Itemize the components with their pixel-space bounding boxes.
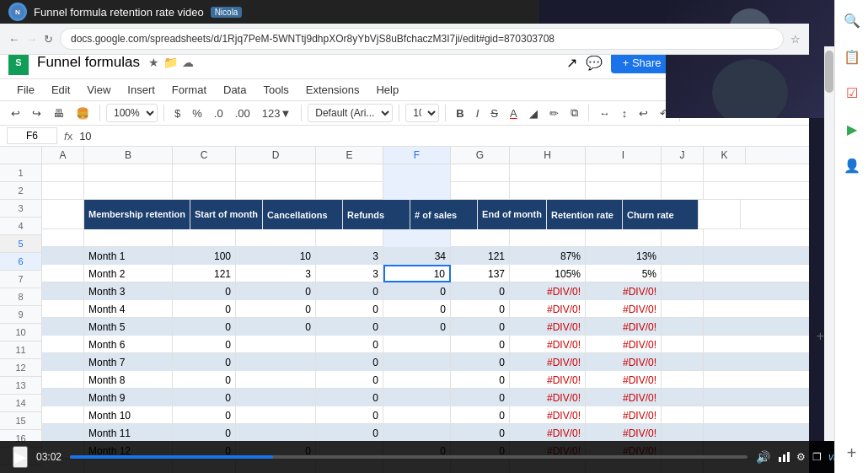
cell-g12[interactable]: 0 [451, 371, 510, 389]
cell-b2[interactable] [84, 182, 173, 200]
cell-h8[interactable]: #DIV/0! [510, 300, 586, 318]
bold-button[interactable]: B [452, 105, 468, 122]
cell-c6[interactable]: 121 [173, 265, 236, 282]
share-button[interactable]: + Share [611, 52, 673, 73]
row-header-3[interactable]: 3 [0, 200, 42, 218]
cell-f4[interactable] [383, 229, 451, 247]
cell-c5[interactable]: 100 [173, 247, 236, 265]
cell-g4[interactable] [451, 229, 510, 247]
cell-i2[interactable] [586, 182, 662, 200]
cell-d14[interactable] [236, 406, 316, 424]
cell-a10[interactable] [42, 336, 84, 353]
sidebar-keep-icon[interactable]: 📋 [840, 45, 864, 68]
comment-icon[interactable]: 💬 [586, 55, 603, 71]
col-header-c[interactable]: C [173, 147, 236, 164]
cell-g5[interactable]: 121 [451, 247, 510, 265]
row-header-1[interactable]: 1 [0, 164, 42, 182]
bookmark-icon[interactable]: ☆ [790, 33, 801, 46]
cell-e11[interactable]: 0 [316, 353, 383, 371]
cell-a5[interactable] [42, 247, 84, 265]
col-header-b[interactable]: B [84, 147, 173, 164]
volume-icon[interactable]: 🔊 [756, 450, 770, 464]
cell-reference-input[interactable] [7, 127, 57, 144]
cell-h2[interactable] [510, 182, 586, 200]
cell-b1[interactable] [84, 164, 173, 182]
cell-j8[interactable] [662, 300, 704, 318]
cell-e9[interactable]: 0 [316, 318, 383, 336]
cell-d13[interactable] [236, 389, 316, 406]
cell-c14[interactable]: 0 [173, 406, 236, 424]
cell-h7[interactable]: #DIV/0! [510, 282, 586, 300]
col-header-g[interactable]: G [451, 147, 510, 164]
cell-h14[interactable]: #DIV/0! [510, 406, 586, 424]
cell-g11[interactable]: 0 [451, 353, 510, 371]
cell-b10[interactable]: Month 6 [84, 336, 173, 353]
cell-e5[interactable]: 3 [316, 247, 383, 265]
text-color-button[interactable]: A [506, 105, 522, 122]
cell-c3[interactable]: Start of month [190, 200, 263, 229]
cell-g8[interactable]: 0 [451, 300, 510, 318]
refresh-icon[interactable]: ↻ [44, 33, 53, 46]
row-header-13[interactable]: 13 [0, 377, 42, 395]
cell-a11[interactable] [42, 353, 84, 371]
paint-format-button[interactable]: 🍔 [72, 105, 94, 122]
cell-c12[interactable]: 0 [173, 371, 236, 389]
cell-h3[interactable]: Retention rate [547, 200, 623, 229]
cell-g9[interactable]: 0 [451, 318, 510, 336]
cell-i5[interactable]: 13% [586, 247, 662, 265]
cell-f8[interactable]: 0 [383, 300, 451, 318]
row-header-8[interactable]: 8 [0, 288, 42, 306]
cell-e13[interactable]: 0 [316, 389, 383, 406]
col-header-h[interactable]: H [510, 147, 586, 164]
cell-a15[interactable] [42, 424, 84, 442]
row-header-2[interactable]: 2 [0, 182, 42, 200]
col-header-f[interactable]: F [383, 147, 451, 164]
cell-e6[interactable]: 3 [316, 265, 383, 282]
formula-input[interactable] [79, 130, 802, 142]
cell-e15[interactable]: 0 [316, 424, 383, 442]
strikethrough-button[interactable]: S [486, 105, 502, 122]
scrollbar-thumb[interactable] [825, 51, 833, 93]
fullscreen-icon[interactable]: ❐ [812, 451, 822, 463]
cell-j13[interactable] [662, 389, 704, 406]
cell-f6[interactable]: 10 [383, 265, 451, 282]
cell-j2[interactable] [662, 182, 704, 200]
cell-h4[interactable] [510, 229, 586, 247]
cell-b13[interactable]: Month 9 [84, 389, 173, 406]
cell-g1[interactable] [451, 164, 510, 182]
highlight-button[interactable]: ◢ [525, 105, 542, 122]
menu-tools[interactable]: Tools [255, 79, 297, 100]
cell-e2[interactable] [316, 182, 383, 200]
menu-format[interactable]: Format [163, 79, 215, 100]
cell-f5[interactable]: 34 [383, 247, 451, 265]
cell-g15[interactable]: 0 [451, 424, 510, 442]
cell-j3[interactable] [699, 200, 741, 229]
cell-j5[interactable] [662, 247, 704, 265]
forward-icon[interactable]: → [26, 33, 37, 46]
cell-j12[interactable] [662, 371, 704, 389]
font-size-select[interactable]: 10 [405, 104, 439, 122]
row-header-6[interactable]: 6 [0, 253, 42, 271]
wrap-button[interactable]: ↩ [635, 105, 652, 122]
cell-h9[interactable]: #DIV/0! [510, 318, 586, 336]
cell-f2[interactable] [383, 182, 451, 200]
cell-j14[interactable] [662, 406, 704, 424]
cell-b8[interactable]: Month 4 [84, 300, 173, 318]
cell-h12[interactable]: #DIV/0! [510, 371, 586, 389]
cell-f15[interactable] [383, 424, 451, 442]
cell-f9[interactable]: 0 [383, 318, 451, 336]
cell-b12[interactable]: Month 8 [84, 371, 173, 389]
cell-d9[interactable]: 0 [236, 318, 316, 336]
cell-j11[interactable] [662, 353, 704, 371]
cell-f14[interactable] [383, 406, 451, 424]
decimal2-button[interactable]: .00 [231, 105, 255, 122]
print-button[interactable]: 🖶 [49, 105, 68, 122]
cell-i11[interactable]: #DIV/0! [586, 353, 662, 371]
cell-c1[interactable] [173, 164, 236, 182]
cell-i9[interactable]: #DIV/0! [586, 318, 662, 336]
col-header-a[interactable]: A [42, 147, 84, 164]
cell-d6[interactable]: 3 [236, 265, 316, 282]
cell-i15[interactable]: #DIV/0! [586, 424, 662, 442]
cell-e3[interactable]: Refunds [343, 200, 410, 229]
cell-i13[interactable]: #DIV/0! [586, 389, 662, 406]
